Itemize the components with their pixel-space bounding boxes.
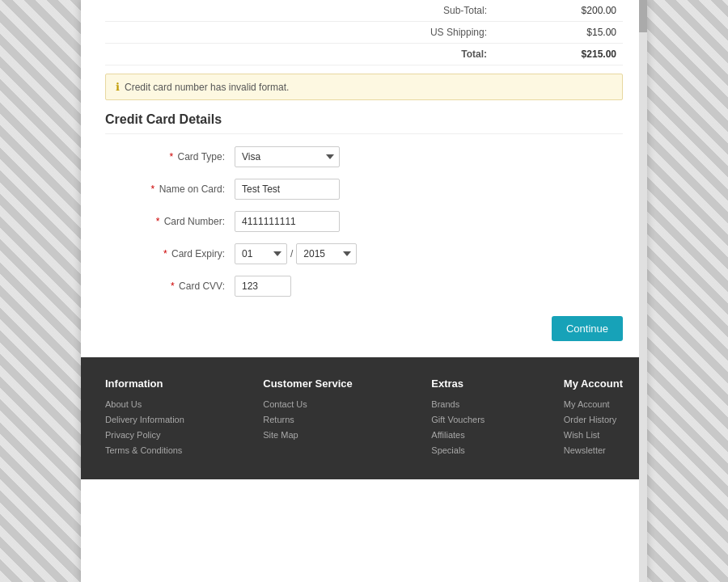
footer-link[interactable]: Contact Us (263, 399, 307, 409)
footer-link-item: Privacy Policy (105, 428, 184, 441)
required-marker: * (163, 248, 167, 259)
footer-col-heading: Customer Service (263, 377, 353, 390)
footer-link[interactable]: Delivery Information (105, 415, 184, 424)
summary-label: Total: (105, 44, 493, 65)
footer-link-item: Specials (431, 444, 485, 456)
card-cvv-label: * Card CVV: (105, 280, 235, 292)
footer-link-item: Order History (564, 413, 623, 425)
expiry-selects: 010203040506070809101112 / 2013201420152… (235, 243, 357, 264)
footer-link[interactable]: About Us (105, 399, 142, 409)
page-wrapper: Sub-Total: $200.00 US Shipping: $15.00 T… (0, 0, 728, 582)
scrollbar-thumb[interactable] (639, 0, 647, 32)
footer-column: ExtrasBrandsGift VouchersAffiliatesSpeci… (431, 377, 485, 459)
summary-value: $200.00 (493, 0, 623, 22)
summary-value: $215.00 (493, 44, 623, 65)
alert-message: Credit card number has invalid format. (125, 82, 289, 93)
footer-link[interactable]: Brands (431, 399, 459, 409)
footer-link[interactable]: Order History (564, 415, 616, 424)
footer-link[interactable]: My Account (564, 399, 610, 409)
footer-link[interactable]: Newsletter (564, 445, 606, 455)
card-type-group: * Card Type: VisaMasterCardAmerican Expr… (105, 146, 623, 167)
footer-link-item: Returns (263, 413, 353, 425)
name-on-card-input[interactable] (235, 179, 340, 200)
continue-button[interactable]: Continue (552, 316, 623, 341)
card-expiry-group: * Card Expiry: 010203040506070809101112 … (105, 243, 623, 264)
card-cvv-input[interactable] (235, 276, 291, 297)
footer-col-heading: Information (105, 377, 184, 390)
expiry-year-select[interactable]: 201320142015201620172018 (296, 243, 357, 264)
required-marker: * (151, 183, 155, 195)
footer-link[interactable]: Gift Vouchers (431, 415, 485, 424)
footer-col-heading: Extras (431, 377, 485, 390)
footer-link-item: Affiliates (431, 428, 485, 441)
footer-link-item: Contact Us (263, 398, 353, 410)
credit-card-form: * Card Type: VisaMasterCardAmerican Expr… (105, 146, 623, 297)
summary-label: Sub-Total: (105, 0, 493, 22)
footer-link[interactable]: Site Map (263, 430, 298, 440)
browser-window: Sub-Total: $200.00 US Shipping: $15.00 T… (81, 0, 647, 582)
footer-link[interactable]: Terms & Conditions (105, 445, 182, 455)
footer: InformationAbout UsDelivery InformationP… (81, 357, 647, 479)
footer-link-item: Terms & Conditions (105, 444, 184, 456)
button-row: Continue (105, 308, 623, 357)
footer-link-item: Delivery Information (105, 413, 184, 425)
footer-link-item: Wish List (564, 428, 623, 441)
footer-link[interactable]: Specials (431, 445, 465, 455)
footer-grid: InformationAbout UsDelivery InformationP… (105, 377, 623, 459)
footer-link-item: Newsletter (564, 444, 623, 456)
footer-column: Customer ServiceContact UsReturnsSite Ma… (263, 377, 353, 459)
card-type-select[interactable]: VisaMasterCardAmerican Express (235, 146, 340, 167)
card-cvv-group: * Card CVV: (105, 276, 623, 297)
summary-table: Sub-Total: $200.00 US Shipping: $15.00 T… (105, 0, 623, 65)
footer-column: My AccountMy AccountOrder HistoryWish Li… (564, 377, 623, 459)
footer-link[interactable]: Returns (263, 415, 294, 424)
scrollbar[interactable] (639, 0, 647, 582)
card-type-label: * Card Type: (105, 151, 235, 162)
expiry-separator: / (290, 248, 293, 259)
footer-link-item: About Us (105, 398, 184, 410)
footer-link-item: Site Map (263, 428, 353, 441)
summary-label: US Shipping: (105, 22, 493, 44)
summary-value: $15.00 (493, 22, 623, 44)
summary-row: Sub-Total: $200.00 (105, 0, 623, 22)
card-number-group: * Card Number: (105, 211, 623, 232)
expiry-month-select[interactable]: 010203040506070809101112 (235, 243, 287, 264)
content-area: Sub-Total: $200.00 US Shipping: $15.00 T… (81, 0, 647, 357)
footer-link-item: My Account (564, 398, 623, 410)
required-marker: * (156, 216, 160, 227)
footer-link[interactable]: Affiliates (431, 430, 464, 440)
name-on-card-label: * Name on Card: (105, 183, 235, 195)
summary-row: Total: $215.00 (105, 44, 623, 65)
footer-link[interactable]: Wish List (564, 430, 600, 440)
summary-row: US Shipping: $15.00 (105, 22, 623, 44)
footer-link-item: Gift Vouchers (431, 413, 485, 425)
card-expiry-label: * Card Expiry: (105, 248, 235, 259)
footer-col-heading: My Account (564, 377, 623, 390)
alert-banner: ℹ Credit card number has invalid format. (105, 74, 623, 100)
footer-link[interactable]: Privacy Policy (105, 430, 160, 440)
required-marker: * (171, 280, 175, 292)
required-marker: * (170, 151, 174, 162)
card-number-input[interactable] (235, 211, 340, 232)
footer-link-item: Brands (431, 398, 485, 410)
name-on-card-group: * Name on Card: (105, 179, 623, 200)
alert-icon: ℹ (116, 81, 120, 93)
section-title: Credit Card Details (105, 112, 623, 134)
footer-column: InformationAbout UsDelivery InformationP… (105, 377, 184, 459)
card-number-label: * Card Number: (105, 216, 235, 227)
